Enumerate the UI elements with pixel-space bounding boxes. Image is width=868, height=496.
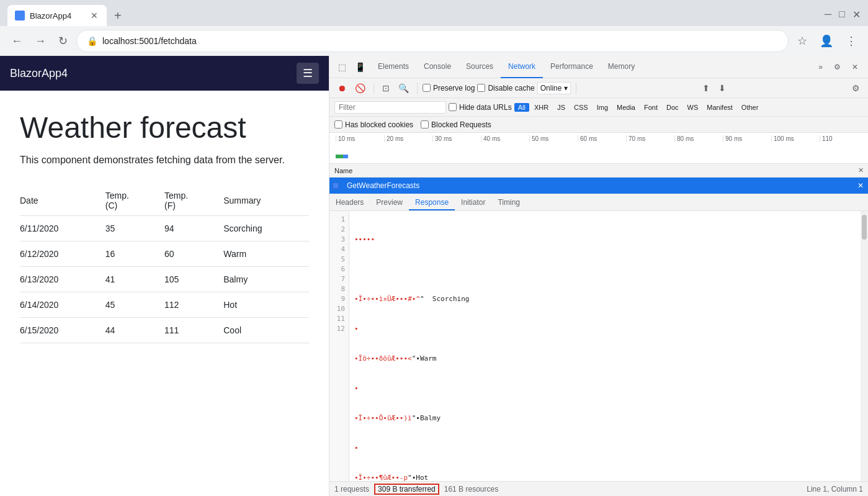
request-name: GetWeatherForecasts: [342, 181, 853, 190]
weather-table: Date Temp.(C) Temp.(F) Summary 6/11/2020…: [20, 186, 309, 343]
devtools-settings-button[interactable]: ⚙: [829, 60, 846, 74]
network-timeline: 10 ms 20 ms 30 ms 40 ms 50 ms 60 ms 70 m…: [329, 133, 868, 164]
type-pill-js[interactable]: JS: [553, 103, 569, 112]
scrollbar-thumb[interactable]: [862, 215, 867, 240]
type-pill-xhr[interactable]: XHR: [530, 103, 552, 112]
tab-initiator[interactable]: Initiator: [455, 196, 491, 210]
tab-memory[interactable]: Memory: [601, 56, 642, 78]
clear-button[interactable]: 🚫: [352, 81, 369, 95]
tab-performance[interactable]: Performance: [543, 56, 601, 78]
line-num-11: 11: [329, 314, 349, 324]
type-pill-img[interactable]: Img: [593, 103, 612, 112]
has-blocked-cookies-checkbox[interactable]: Has blocked cookies: [334, 120, 413, 129]
network-request-row[interactable]: GetWeatherForecasts ✕: [329, 178, 868, 194]
col-x-header: ✕: [853, 166, 868, 174]
inspect-element-button[interactable]: ⬚: [334, 60, 350, 74]
tab-network[interactable]: Network: [501, 56, 543, 78]
transferred-size: 309 B transferred: [374, 484, 439, 495]
cell-temp-c: 35: [105, 216, 164, 241]
cell-summary: Warm: [223, 241, 309, 267]
url-bar[interactable]: 🔒 localhost:5001/fetchdata: [76, 30, 789, 52]
maximize-button[interactable]: □: [839, 9, 845, 20]
preserve-log-checkbox[interactable]: Preserve log: [423, 84, 475, 92]
app-content: Weather forecast This component demonstr…: [0, 91, 329, 496]
minimize-button[interactable]: ─: [825, 9, 831, 20]
tab-timing[interactable]: Timing: [491, 196, 526, 210]
search-button[interactable]: 🔍: [395, 81, 412, 95]
device-toolbar-button[interactable]: 📱: [351, 60, 369, 74]
timeline-ruler: 10 ms 20 ms 30 ms 40 ms 50 ms 60 ms 70 m…: [329, 133, 868, 163]
forward-button[interactable]: →: [31, 31, 50, 52]
tab-favicon: [15, 11, 25, 20]
network-status-bar: 1 requests 309 B transferred 161 B resou…: [329, 481, 868, 496]
bookmark-icon[interactable]: ☆: [794, 30, 811, 52]
filter-input[interactable]: [334, 101, 446, 114]
timeline-mark-30: 30 ms: [432, 135, 481, 142]
devtools-close-button[interactable]: ✕: [847, 60, 863, 74]
tab-response[interactable]: Response: [409, 196, 455, 210]
response-line-3: •Ï•÷••ì¤ÛÆ•••#•^" Scorching: [354, 294, 856, 304]
close-window-button[interactable]: ✕: [852, 9, 861, 20]
timeline-mark-60: 60 ms: [578, 135, 626, 142]
type-pill-manifest[interactable]: Manifest: [703, 103, 736, 112]
disable-cache-checkbox[interactable]: Disable cache: [477, 84, 534, 92]
hide-data-urls-checkbox[interactable]: Hide data URLs: [449, 103, 512, 112]
page-description: This component demonstrates fetching dat…: [20, 155, 309, 166]
response-line-7: •Ï•÷••Ô•ûÆ••)ì"•Balmy: [354, 413, 856, 423]
type-pill-media[interactable]: Media: [613, 103, 639, 112]
menu-icon[interactable]: ⋮: [842, 30, 861, 52]
toolbar-divider-3: [576, 83, 576, 94]
tab-sources[interactable]: Sources: [459, 56, 501, 78]
type-pill-css[interactable]: CSS: [570, 103, 592, 112]
more-tabs-button[interactable]: »: [813, 60, 828, 74]
devtools-tabs: Elements Console Sources Network Perform…: [370, 56, 812, 78]
col-header-temp-c: Temp.(C): [105, 186, 164, 216]
tab-preview[interactable]: Preview: [370, 196, 409, 210]
new-tab-button[interactable]: +: [109, 6, 127, 25]
table-row: 6/12/2020 16 60 Warm: [20, 241, 309, 267]
cell-temp-f: 60: [164, 241, 223, 267]
tab-elements[interactable]: Elements: [370, 56, 416, 78]
tab-headers[interactable]: Headers: [329, 196, 370, 210]
blocked-requests-checkbox[interactable]: Blocked Requests: [421, 120, 491, 129]
line-num-7: 7: [329, 274, 349, 284]
timeline-mark-20: 20 ms: [384, 135, 432, 142]
back-button[interactable]: ←: [7, 31, 26, 52]
hamburger-button[interactable]: ☰: [297, 63, 319, 84]
import-button[interactable]: ⬆: [699, 81, 713, 95]
response-line-1: •••••: [354, 235, 856, 245]
network-settings-button[interactable]: ⚙: [849, 81, 863, 95]
timeline-mark-10: 10 ms: [336, 135, 384, 142]
response-line-6: •: [354, 384, 856, 394]
timeline-mark-40: 40 ms: [481, 135, 529, 142]
chevron-down-icon: ▾: [564, 84, 568, 92]
line-num-8: 8: [329, 284, 349, 294]
type-pill-doc[interactable]: Doc: [663, 103, 682, 112]
account-icon[interactable]: 👤: [816, 30, 837, 52]
browser-tab[interactable]: BlazorApp4 ✕: [7, 5, 107, 26]
type-pill-other[interactable]: Other: [738, 103, 763, 112]
app-brand: BlazorApp4: [10, 67, 297, 80]
cell-temp-c: 44: [105, 318, 164, 343]
response-line-5: •Ïö÷••ðöûÆ•••<"•Warm: [354, 354, 856, 364]
tab-close-button[interactable]: ✕: [89, 9, 99, 22]
record-button[interactable]: ⏺: [334, 81, 349, 95]
line-num-5: 5: [329, 255, 349, 264]
export-button[interactable]: ⬇: [715, 81, 729, 95]
network-toolbar: ⏺ 🚫 ⊡ 🔍 Preserve log Disable cache Onlin…: [329, 78, 868, 98]
type-pill-font[interactable]: Font: [640, 103, 661, 112]
response-scrollbar[interactable]: [861, 211, 868, 481]
type-pill-ws[interactable]: WS: [684, 103, 702, 112]
cell-date: 6/11/2020: [20, 216, 105, 241]
type-pill-all[interactable]: All: [514, 103, 529, 112]
response-code: ••••• •Ï•÷••ì¤ÛÆ•••#•^" Scorching • •Ïö÷…: [349, 211, 861, 481]
table-row: 6/14/2020 45 112 Hot: [20, 292, 309, 318]
line-num-9: 9: [329, 294, 349, 304]
refresh-button[interactable]: ↻: [55, 30, 71, 52]
throttling-select[interactable]: Online ▾: [537, 82, 571, 94]
tab-console[interactable]: Console: [416, 56, 459, 78]
filter-button[interactable]: ⊡: [379, 81, 393, 95]
cell-temp-c: 16: [105, 241, 164, 267]
url-text: localhost:5001/fetchdata: [102, 36, 197, 46]
cell-summary: Cool: [223, 318, 309, 343]
